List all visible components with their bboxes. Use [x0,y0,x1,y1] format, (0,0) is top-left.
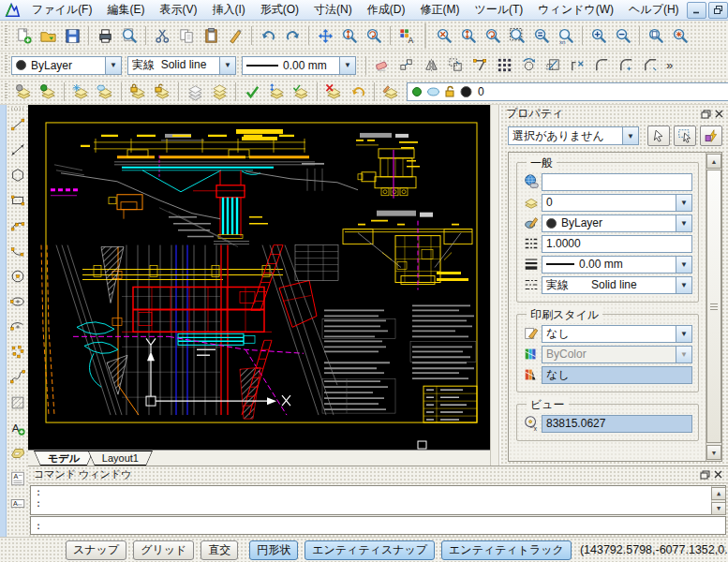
scale-button[interactable] [541,53,565,78]
float-panel-icon[interactable] [699,108,712,120]
layer-unlock-button[interactable] [150,80,174,104]
format-painter-button[interactable] [223,23,247,48]
rotate-button[interactable] [516,53,541,78]
chevron-down-icon[interactable]: ▼ [676,215,691,231]
layer-delete-button[interactable] [321,80,346,104]
offset-button[interactable] [443,53,468,78]
tab-model[interactable]: モデル [34,451,94,466]
selection-combo[interactable]: 選択がありません ▼ [508,126,639,145]
tab-layout1[interactable]: Layout1 [88,451,153,466]
mirror-button[interactable] [419,53,443,78]
layer-combo[interactable]: 0 ▼ [407,82,728,101]
menu-modify[interactable]: 修正(M) [412,0,467,20]
zoom-one-button[interactable] [529,23,554,48]
zoom-scale-button[interactable]: xn [554,23,578,48]
chevron-down-icon[interactable]: ▼ [676,195,691,211]
zoom-dynamic-button[interactable] [456,23,481,48]
quick-select-button[interactable] [647,126,670,146]
ellipse-button[interactable] [7,289,29,313]
new-file-button[interactable] [11,23,36,48]
point-button[interactable] [7,340,29,363]
zoom-page-button[interactable] [644,23,668,48]
property-value-field[interactable]: 83815.0627 [542,415,692,433]
close-panel-icon[interactable] [711,468,724,481]
layer-freeze-button[interactable] [68,80,93,104]
command-history[interactable]: :: ▲ ▼ [30,485,726,515]
chamfer-button[interactable] [638,53,662,78]
toolbar-grip[interactable] [11,108,24,111]
layers-all-button[interactable] [207,80,231,104]
pan-button[interactable] [313,23,337,48]
copy-object-button[interactable] [394,53,419,78]
fillet-radius-button[interactable] [614,53,638,78]
spline-button[interactable] [7,365,29,389]
arc-3point-button[interactable] [7,239,29,262]
layer-current-button[interactable] [240,80,264,104]
print-button[interactable] [93,23,117,48]
status-toggle-2[interactable]: 直交 [201,540,238,560]
properties-scrollbar[interactable]: ▲ ▼ [706,153,721,461]
command-input[interactable]: : [30,516,726,535]
zoom-window-button[interactable] [505,23,529,48]
linetype-combo[interactable]: 実線 Solid line ▼ [127,56,236,75]
paste-button[interactable] [199,23,223,48]
layer-lock-button[interactable] [126,80,150,104]
polygon-button[interactable] [7,163,29,186]
zoom-in-button[interactable] [587,23,611,48]
status-toggle-4[interactable]: エンティティスナップ [305,540,435,560]
fillet-button[interactable] [589,53,614,78]
zoom-realtime-button[interactable] [337,23,362,48]
layer-off-button[interactable] [11,80,36,104]
menu-tools[interactable]: ツール(T) [467,0,530,20]
status-toggle-3[interactable]: 円形状 [249,540,298,560]
toolbar-grip[interactable] [5,55,7,74]
layer-match-button[interactable] [289,80,313,104]
toggle-pickadd-button[interactable] [700,126,722,146]
scroll-down-icon[interactable]: ▼ [711,502,726,515]
cad-drawing-canvas[interactable] [28,105,490,450]
open-file-button[interactable] [36,23,60,48]
construction-line-button[interactable] [7,138,29,161]
status-toggle-0[interactable]: スナップ [66,540,126,560]
float-panel-icon[interactable] [698,468,711,481]
minimize-button[interactable] [687,2,706,19]
zoom-previous-button[interactable] [362,23,386,48]
panel-splitter[interactable] [490,105,499,466]
hatch-button[interactable] [7,391,29,414]
menu-format[interactable]: 形式(O) [253,0,306,20]
circle-button[interactable] [7,264,29,288]
property-value-field[interactable] [542,173,692,191]
property-value-field[interactable]: 1.0000 [542,235,692,253]
menu-insert[interactable]: 挿入(I) [204,0,252,20]
scroll-up-icon[interactable]: ▲ [706,154,721,169]
chevron-down-icon[interactable]: ▼ [676,277,691,293]
property-value-field[interactable]: なし▼ [542,325,692,343]
property-value-field[interactable]: ByColor▼ [542,346,692,363]
status-toggle-1[interactable]: グリッド [133,540,194,560]
save-button[interactable] [60,23,84,48]
property-value-field[interactable]: なし [542,366,692,384]
close-panel-icon[interactable] [712,108,725,120]
chevron-down-icon[interactable]: ▼ [676,326,691,342]
command-scrollbar[interactable]: ▲ ▼ [711,486,725,514]
layer-walk-button[interactable] [183,80,207,104]
rectangle-button[interactable] [7,188,29,212]
status-toggle-5[interactable]: エンティティトラック [441,540,572,560]
scroll-down-icon[interactable]: ▼ [706,445,721,460]
zoom-back-button[interactable] [481,23,505,48]
chevron-down-icon[interactable]: ▼ [219,57,235,74]
redo-button[interactable] [280,23,305,48]
color-combo[interactable]: ByLayer ▼ [11,56,122,75]
zoom-all-button[interactable] [668,23,692,48]
menu-view[interactable]: 表示(V) [152,0,204,20]
menu-dimension[interactable]: 寸法(N) [306,0,360,20]
scrollbar-thumb[interactable] [706,170,721,443]
chevron-down-icon[interactable]: ▼ [676,257,691,273]
print-preview-button[interactable] [117,23,141,48]
menu-window[interactable]: ウィンドウ(W) [530,0,621,20]
mtext-button[interactable]: A [7,466,29,490]
menu-edit[interactable]: 編集(E) [99,0,152,20]
restore-button[interactable] [708,2,728,19]
scroll-up-icon[interactable]: ▲ [711,487,726,500]
color-text-button[interactable]: A [394,23,419,48]
